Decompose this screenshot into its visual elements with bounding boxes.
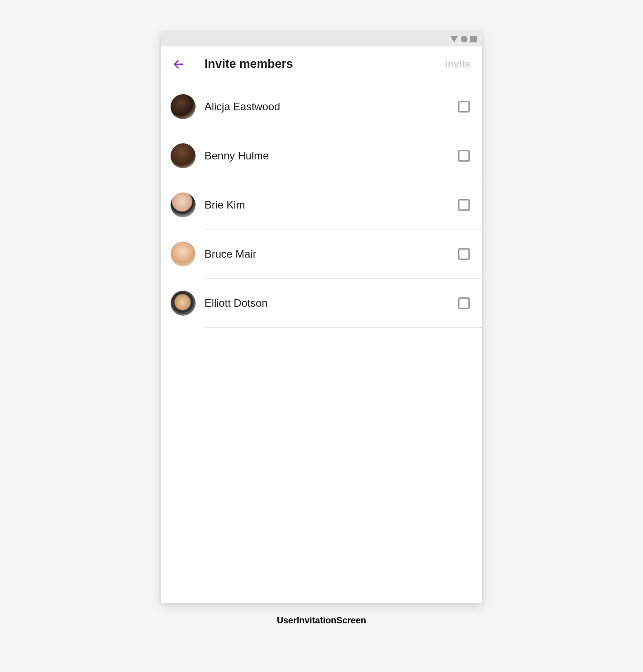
- status-circle-icon: [461, 36, 468, 42]
- member-name: Benny Hulme: [205, 150, 458, 162]
- avatar: [171, 192, 196, 217]
- member-name: Bruce Mair: [205, 248, 458, 260]
- status-triangle-icon: [450, 36, 458, 42]
- member-checkbox[interactable]: [458, 101, 470, 113]
- member-row[interactable]: Bruce Mair: [161, 230, 482, 279]
- member-checkbox[interactable]: [458, 150, 470, 162]
- screen-caption: UserInvitationScreen: [277, 615, 366, 626]
- arrow-left-icon: [172, 58, 185, 71]
- avatar: [171, 143, 196, 168]
- back-button[interactable]: [170, 55, 188, 73]
- avatar: [171, 94, 196, 119]
- app-bar: Invite members Invite: [161, 46, 482, 82]
- member-row[interactable]: Alicja Eastwood: [161, 82, 482, 131]
- status-square-icon: [470, 36, 477, 42]
- member-name: Elliott Dotson: [205, 297, 458, 309]
- status-bar: [161, 31, 482, 46]
- member-row[interactable]: Brie Kim: [161, 180, 482, 230]
- member-checkbox[interactable]: [458, 248, 470, 260]
- member-row[interactable]: Elliott Dotson: [161, 279, 482, 328]
- avatar: [171, 242, 196, 267]
- member-list: Alicja Eastwood Benny Hulme Brie Kim Bru…: [161, 82, 482, 328]
- member-checkbox[interactable]: [458, 297, 470, 309]
- page-title: Invite members: [205, 57, 443, 71]
- avatar: [171, 291, 196, 316]
- member-name: Brie Kim: [205, 199, 458, 211]
- member-name: Alicja Eastwood: [205, 100, 458, 113]
- device-frame: Invite members Invite Alicja Eastwood Be…: [161, 31, 482, 603]
- member-checkbox[interactable]: [458, 199, 470, 211]
- invite-button[interactable]: Invite: [443, 57, 473, 72]
- member-row[interactable]: Benny Hulme: [161, 131, 482, 180]
